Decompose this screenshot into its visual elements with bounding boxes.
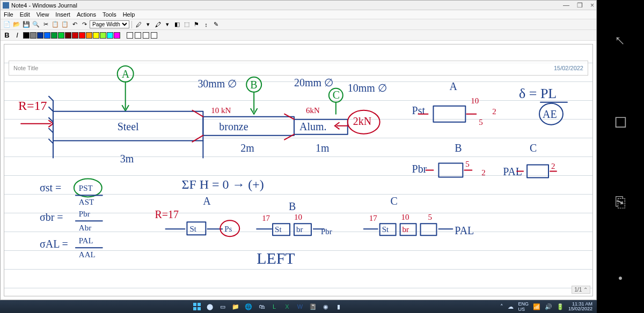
nav-home-button[interactable]: ◻ (614, 111, 627, 130)
color-swatch[interactable] (51, 32, 57, 39)
insert-space-button[interactable]: ↕ (202, 20, 210, 29)
explorer-icon[interactable]: 📁 (232, 303, 239, 310)
nav-dot-button[interactable]: ● (618, 273, 623, 282)
color-swatch[interactable] (65, 32, 71, 39)
start-button[interactable] (193, 303, 201, 310)
menu-edit[interactable]: Edit (20, 11, 30, 18)
color-swatch[interactable] (58, 32, 64, 39)
pen-tool-button[interactable]: 🖊 (134, 20, 143, 29)
paste-button[interactable]: 📋 (61, 20, 69, 29)
word-icon[interactable]: W (296, 303, 304, 310)
tray-language[interactable]: ENG US (518, 301, 529, 312)
note-canvas[interactable]: Note Title 15/02/2022 .bl{stroke:#1c3e8a… (4, 44, 593, 296)
app-icon-l[interactable]: L (270, 303, 278, 310)
color-swatch[interactable] (79, 32, 85, 39)
color-swatch[interactable] (100, 32, 106, 39)
task-view-icon[interactable]: ▭ (219, 303, 226, 310)
italic-button[interactable]: I (13, 31, 21, 39)
color-swatch[interactable] (86, 32, 92, 39)
window-titlebar: Note4 - Windows Journal — ❐ × (1, 1, 596, 10)
menu-actions[interactable]: Actions (77, 11, 96, 18)
page-indicator: 1/1 ⌃ (572, 286, 590, 294)
highlighter-button[interactable]: 🖍 (153, 20, 162, 29)
menu-view[interactable]: View (36, 11, 49, 18)
tray-battery-icon[interactable]: 🔋 (557, 303, 564, 310)
note-date: 15/02/2022 (554, 65, 583, 71)
bold-button[interactable]: B (3, 31, 11, 39)
format-toolbar: B I (1, 30, 596, 41)
find-button[interactable]: 🔍 (32, 20, 40, 29)
color-swatch[interactable] (93, 32, 99, 39)
windows-taskbar[interactable]: ⬤ ▭ 📁 🌐 🛍 L X W 📓 ◉ ▮ ˄ ☁ ENG US 📶 🔊 🔋 1… (0, 300, 597, 313)
device-nav-rail: ← ◻ ⎘ ● (597, 0, 644, 313)
nav-recent-button[interactable]: ⎘ (616, 193, 625, 211)
svg-rect-79 (193, 307, 196, 310)
color-swatches (23, 32, 120, 39)
tray-clock[interactable]: 11:31 AM 15/02/2022 (568, 302, 592, 311)
journal-icon[interactable]: 📓 (309, 303, 317, 310)
misc-icon[interactable]: ▮ (335, 303, 342, 310)
pen-drop-button[interactable]: ▾ (144, 20, 152, 29)
empty-swatch[interactable] (127, 32, 133, 39)
tray-onedrive-icon[interactable]: ☁ (508, 303, 514, 310)
color-swatch[interactable] (44, 32, 50, 39)
task-search-icon[interactable]: ⬤ (206, 303, 214, 310)
window-minimize-button[interactable]: — (563, 2, 569, 9)
window-close-button[interactable]: × (590, 2, 594, 9)
window-restore-button[interactable]: ❐ (577, 2, 583, 9)
empty-swatch[interactable] (135, 32, 141, 39)
note-title-input[interactable]: Note Title 15/02/2022 (9, 61, 588, 76)
tray-wifi-icon[interactable]: 📶 (533, 303, 540, 310)
new-note-button[interactable]: 📄 (3, 20, 11, 29)
menu-file[interactable]: File (4, 11, 13, 18)
tray-volume-icon[interactable]: 🔊 (545, 303, 552, 310)
color-swatch[interactable] (72, 32, 78, 39)
system-tray[interactable]: ˄ ☁ ENG US 📶 🔊 🔋 11:31 AM 15/02/2022 (500, 301, 592, 312)
tray-chevron-icon[interactable]: ˄ (500, 303, 503, 310)
app-icon (3, 2, 9, 9)
save-button[interactable]: 💾 (22, 20, 31, 29)
eraser-button[interactable]: ◧ (173, 20, 181, 29)
svg-rect-77 (193, 303, 196, 306)
toolbar-separator (131, 21, 132, 28)
menubar: File Edit View Insert Actions Tools Help (1, 10, 596, 19)
zoom-select[interactable]: Page Width (90, 20, 129, 28)
store-icon[interactable]: 🛍 (258, 303, 265, 310)
color-swatch[interactable] (107, 32, 113, 39)
edge-icon[interactable]: 🌐 (245, 303, 252, 310)
svg-rect-78 (197, 303, 201, 306)
excel-icon[interactable]: X (283, 303, 291, 310)
color-swatch[interactable] (114, 32, 120, 39)
menu-help[interactable]: Help (123, 11, 135, 18)
color-swatch[interactable] (23, 32, 30, 39)
highlighter-drop-button[interactable]: ▾ (163, 20, 172, 29)
open-button[interactable]: 📂 (12, 20, 21, 29)
svg-rect-80 (197, 307, 201, 310)
empty-swatch[interactable] (151, 32, 157, 39)
cut-button[interactable]: ✂ (41, 20, 50, 29)
redo-button[interactable]: ↷ (80, 20, 89, 29)
menu-insert[interactable]: Insert (55, 11, 70, 18)
menu-tools[interactable]: Tools (103, 11, 116, 18)
note-title-placeholder: Note Title (13, 65, 38, 71)
color-swatch[interactable] (37, 32, 43, 39)
text-tool-button[interactable]: ✎ (211, 20, 220, 29)
flag-button[interactable]: ⚑ (192, 20, 201, 29)
empty-swatch[interactable] (143, 32, 149, 39)
selection-tool-button[interactable]: ⬚ (182, 20, 191, 29)
lined-paper-bg (4, 44, 592, 296)
undo-button[interactable]: ↶ (70, 20, 79, 29)
main-toolbar: 📄 📂 💾 🔍 ✂ 📋 📋 ↶ ↷ Page Width 🖊 ▾ 🖍 ▾ ◧ ⬚… (1, 19, 596, 30)
chrome-icon[interactable]: ◉ (322, 303, 330, 310)
color-swatch[interactable] (30, 32, 36, 39)
copy-button[interactable]: 📋 (51, 20, 60, 29)
nav-back-button[interactable]: ← (608, 28, 632, 52)
window-title: Note4 - Windows Journal (11, 2, 77, 9)
app-window: Note4 - Windows Journal — ❐ × File Edit … (0, 0, 597, 300)
